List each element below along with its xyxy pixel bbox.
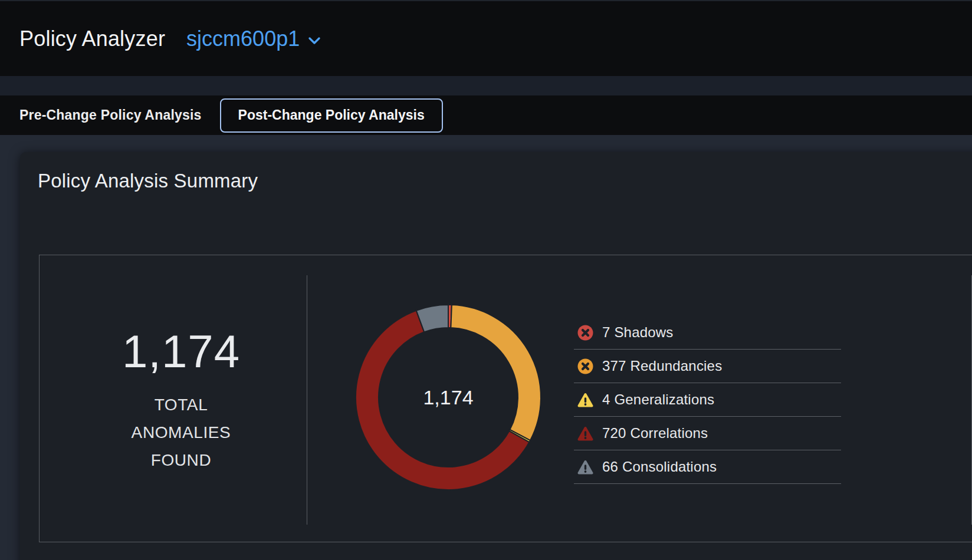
total-anomalies-block: 1,174 TOTAL ANOMALIES FOUND: [40, 255, 323, 542]
donut-segments: [351, 300, 546, 495]
tab-bar: Pre-Change Policy Analysis Post-Change P…: [0, 95, 972, 135]
circle-x-icon: [577, 358, 593, 374]
total-label-line: ANOMALIES: [40, 419, 323, 446]
legend-item-label: 377 Redundancies: [602, 358, 722, 374]
summary-heading: Policy Analysis Summary: [38, 170, 258, 192]
anomaly-donut-chart: 1,174: [351, 300, 546, 495]
legend-item-redundancies[interactable]: 377 Redundancies: [574, 350, 841, 383]
warning-triangle-icon: [577, 392, 593, 408]
donut-segment-redundancies[interactable]: [451, 305, 541, 440]
legend-item-label: 66 Consolidations: [602, 459, 717, 475]
total-label-line: TOTAL: [40, 391, 323, 419]
total-anomalies-number: 1,174: [40, 325, 323, 378]
total-label-line: FOUND: [40, 446, 323, 474]
app-header: Policy Analyzer sjccm600p1: [0, 1, 972, 76]
circle-x-icon: [577, 325, 593, 341]
warning-triangle-icon: [577, 426, 593, 442]
legend-item-correlations[interactable]: 720 Correlations: [574, 417, 841, 450]
tab-pre-change-policy-analysis[interactable]: Pre-Change Policy Analysis: [19, 107, 202, 123]
summary-card: Policy Analysis Summary 1,174 TOTAL ANOM…: [20, 152, 972, 560]
legend-item-label: 7 Shadows: [602, 324, 674, 341]
legend-item-generalizations[interactable]: 4 Generalizations: [574, 383, 841, 417]
anomaly-legend: 7 Shadows377 Redundancies4 Generalizatio…: [574, 316, 841, 484]
chevron-down-icon: [308, 37, 321, 45]
warning-triangle-icon: [577, 459, 593, 475]
device-name[interactable]: sjccm600p1: [186, 27, 300, 51]
page-title: Policy Analyzer: [19, 27, 165, 51]
page-background: Policy Analysis Summary 1,174 TOTAL ANOM…: [0, 135, 972, 560]
legend-item-label: 720 Correlations: [602, 425, 708, 442]
legend-item-consolidations[interactable]: 66 Consolidations: [574, 450, 841, 484]
legend-item-label: 4 Generalizations: [602, 391, 714, 408]
device-selector[interactable]: sjccm600p1: [186, 27, 321, 51]
section-divider: [307, 275, 307, 525]
legend-item-shadows[interactable]: 7 Shadows: [574, 316, 841, 350]
header-divider-strip: [0, 76, 972, 95]
total-anomalies-label: TOTAL ANOMALIES FOUND: [40, 391, 323, 474]
tab-post-change-policy-analysis[interactable]: Post-Change Policy Analysis: [220, 98, 443, 133]
summary-panel: 1,174 TOTAL ANOMALIES FOUND 1,174 7 Shad…: [39, 255, 972, 542]
